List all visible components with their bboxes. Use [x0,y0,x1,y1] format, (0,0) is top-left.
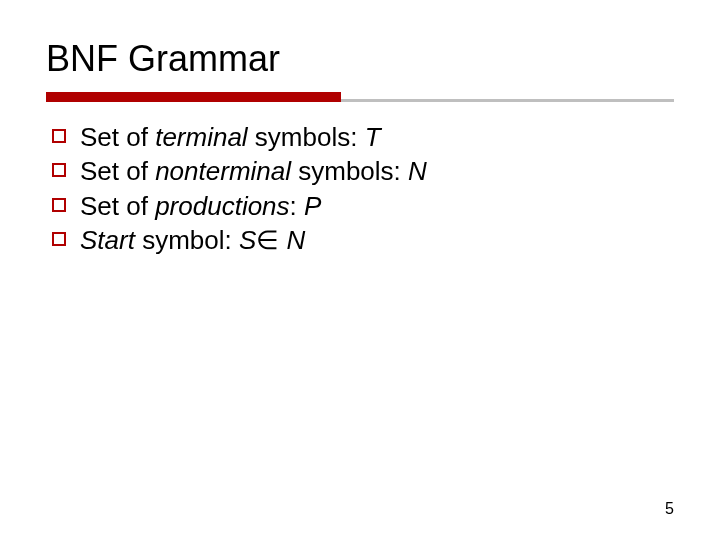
bullet-text: Set of terminal symbols: T [80,120,674,154]
title-underline [46,92,674,102]
text-run: symbols: [248,122,365,152]
symbol-text: T [365,122,381,152]
italic-text: nonterminal [155,156,291,186]
symbol-text: P [304,191,321,221]
text-run: symbol: [135,225,239,255]
text-run: Set of [80,156,155,186]
list-item: Set of nonterminal symbols: N [52,154,674,188]
list-item: Start symbol: S∈ N [52,223,674,257]
page-number: 5 [665,500,674,518]
slide-title: BNF Grammar [46,38,674,80]
element-of-text: ∈ [256,225,286,255]
underline-red-bar [46,92,341,102]
symbol-text: S [239,225,256,255]
text-run: Set of [80,191,155,221]
list-item: Set of terminal symbols: T [52,120,674,154]
bullet-text: Set of productions: P [80,189,674,223]
bullet-list: Set of terminal symbols: T Set of nonter… [46,120,674,257]
text-run: symbols: [291,156,408,186]
italic-text: productions [155,191,289,221]
hollow-square-icon [52,232,66,246]
italic-text: terminal [155,122,247,152]
hollow-square-icon [52,129,66,143]
underline-gray-bar [341,99,674,102]
text-run: : [290,191,304,221]
slide: BNF Grammar Set of terminal symbols: T S… [0,0,720,540]
bullet-text: Set of nonterminal symbols: N [80,154,674,188]
hollow-square-icon [52,198,66,212]
text-run: Set of [80,122,155,152]
symbol-text: N [287,225,306,255]
list-item: Set of productions: P [52,189,674,223]
hollow-square-icon [52,163,66,177]
italic-text: Start [80,225,135,255]
symbol-text: N [408,156,427,186]
bullet-text: Start symbol: S∈ N [80,223,674,257]
